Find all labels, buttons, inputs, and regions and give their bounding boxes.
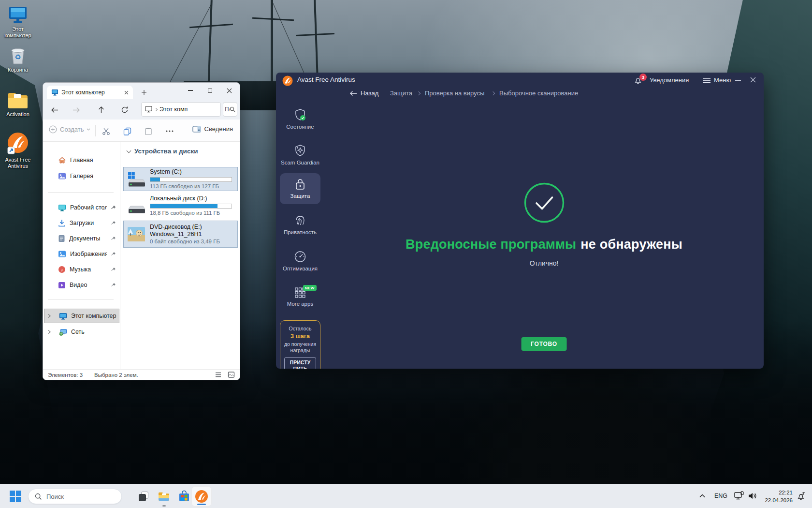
tray-clock[interactable]: 22:21 22.04.2026 [758, 489, 793, 504]
nav-item-optimization[interactable]: Оптимизация [276, 250, 324, 271]
sidebar-item-videos[interactable]: Видео [44, 278, 119, 292]
sidebar-item-desktop[interactable]: Рабочий стол [44, 200, 119, 215]
desktop-icon-activation[interactable]: Activation [0, 90, 36, 118]
new-tab-button[interactable] [139, 87, 149, 98]
drive-info: DVD-дисковод (E:) Windows_11_26H1 0 байт… [150, 224, 234, 245]
desktop-icon-recycle-bin[interactable]: ♻ Корзина [0, 45, 36, 73]
language-indicator[interactable]: ENG [714, 493, 727, 499]
tab-title: Этот компьютер [61, 89, 119, 96]
success-check-circle [324, 182, 764, 224]
microsoft-store-icon[interactable] [178, 490, 190, 503]
music-icon: ♪ [58, 266, 66, 273]
details-toggle[interactable]: Сведения [192, 125, 233, 133]
sidebar-item-documents[interactable]: Документы [44, 231, 119, 246]
new-button-label: Создать [60, 126, 84, 133]
drive-row-system-c[interactable]: System (C:) 113 ГБ свободно из 127 ГБ [123, 167, 238, 191]
list-view-icon[interactable] [215, 371, 222, 378]
drive-volume-label: Windows_11_26H1 [150, 231, 234, 238]
drive-name: Локальный диск (D:) [150, 195, 234, 202]
lock-icon [294, 178, 306, 191]
hamburger-menu-icon[interactable] [703, 77, 710, 84]
this-pc-icon [59, 313, 67, 320]
maximize-button[interactable] [200, 83, 219, 98]
cut-button[interactable] [100, 125, 112, 137]
explorer-running-indicator [162, 505, 166, 507]
explorer-nav-row: Этот комп Поиск [43, 99, 240, 120]
avast-window-title: Avast Free Antivirus [297, 76, 355, 83]
sidebar-item-label: Документы [69, 235, 107, 242]
task-view-button[interactable] [137, 490, 150, 503]
minimize-button[interactable] [181, 83, 200, 98]
avast-close-button[interactable] [750, 77, 756, 83]
nav-item-more-apps[interactable]: More apps [276, 287, 324, 307]
shield-sparkle-icon [294, 144, 306, 157]
taskbar-search-box[interactable]: Поиск [28, 489, 122, 504]
nav-item-protection[interactable]: Защита [276, 178, 324, 199]
desktop-icon-label: Корзина [0, 67, 36, 73]
sidebar-item-this-pc[interactable]: Этот компьютер [44, 309, 119, 323]
forward-button[interactable] [70, 104, 82, 116]
sidebar-item-network[interactable]: Сеть [44, 325, 119, 339]
more-options-button[interactable] [164, 125, 175, 137]
avast-taskbar-icon[interactable] [191, 486, 212, 507]
drive-name: DVD-дисковод (E:) [150, 224, 234, 231]
avast-running-indicator [197, 504, 206, 505]
scissors-icon [102, 127, 110, 135]
new-button[interactable]: Создать [49, 125, 90, 134]
group-header-label: Устройства и диски [134, 148, 198, 155]
folder-icon [6, 90, 29, 110]
thumbnail-view-icon[interactable] [228, 371, 235, 378]
network-icon[interactable] [734, 491, 744, 501]
details-panel-icon [192, 126, 201, 133]
svg-text:♪: ♪ [61, 267, 63, 272]
search-placeholder: Поиск [225, 106, 230, 113]
notification-bell-icon[interactable] [797, 492, 806, 501]
drive-free-space: 18,8 ГБ свободно из 111 ГБ [150, 209, 234, 216]
up-button[interactable] [95, 104, 107, 116]
tray-chevron-up-icon[interactable] [699, 493, 706, 498]
start-button[interactable] [9, 490, 22, 503]
sidebar-item-pictures[interactable]: Изображения [44, 247, 119, 261]
download-icon [58, 219, 66, 227]
sidebar-item-home[interactable]: Главная [44, 153, 119, 167]
back-button[interactable] [49, 104, 60, 116]
avast-minimize-button[interactable] [735, 80, 741, 81]
paste-button[interactable] [143, 125, 154, 137]
pin-icon [111, 205, 116, 210]
menu-label[interactable]: Меню [714, 76, 731, 84]
drive-name: System (C:) [150, 168, 234, 176]
dvd-drive-icon [127, 226, 146, 242]
refresh-button[interactable] [119, 104, 130, 116]
explorer-search-box[interactable]: Поиск [223, 102, 237, 117]
nav-item-status[interactable]: Состояние [276, 108, 324, 130]
copy-icon [123, 127, 131, 135]
reward-line-until: до получения награды [280, 341, 320, 354]
nav-item-scam-guardian[interactable]: Scam Guardian [276, 144, 324, 165]
drive-row-local-d[interactable]: Локальный диск (D:) 18,8 ГБ свободно из … [123, 194, 238, 218]
done-button[interactable]: ГОТОВО [521, 337, 567, 351]
explorer-tab[interactable]: Этот компьютер [47, 86, 133, 99]
sidebar-item-music[interactable]: ♪ Музыка [44, 262, 119, 277]
search-icon [35, 493, 42, 500]
file-explorer-taskbar-icon[interactable] [158, 490, 170, 503]
copy-button[interactable] [121, 125, 133, 137]
nav-item-privacy[interactable]: Приватность [276, 214, 324, 235]
chevron-right-icon [47, 314, 51, 318]
chevron-down-icon [127, 148, 131, 153]
drive-row-dvd-e[interactable]: DVD-дисковод (E:) Windows_11_26H1 0 байт… [123, 221, 238, 248]
sidebar-item-label: Рабочий стол [70, 204, 107, 211]
close-button[interactable] [219, 83, 239, 98]
group-header[interactable]: Устройства и диски [127, 148, 198, 155]
chevron-right-icon [47, 329, 51, 334]
desktop-icon-avast[interactable]: Avast Free Antivirus [0, 132, 36, 169]
desktop-icon-this-pc[interactable]: Этот компьютер [0, 4, 36, 39]
sidebar-item-downloads[interactable]: Загрузки [44, 216, 119, 230]
sidebar-item-gallery[interactable]: Галерея [44, 169, 119, 183]
volume-icon[interactable] [748, 492, 757, 500]
nav-item-label: Защита [276, 193, 324, 199]
reward-start-button[interactable]: ПРИСТУ ПИТЬ [284, 357, 316, 369]
toolbar-divider [95, 125, 96, 136]
address-bar[interactable]: Этот комп [141, 102, 221, 117]
notifications-label[interactable]: Уведомления [650, 76, 689, 84]
tab-close-icon[interactable] [122, 89, 130, 96]
